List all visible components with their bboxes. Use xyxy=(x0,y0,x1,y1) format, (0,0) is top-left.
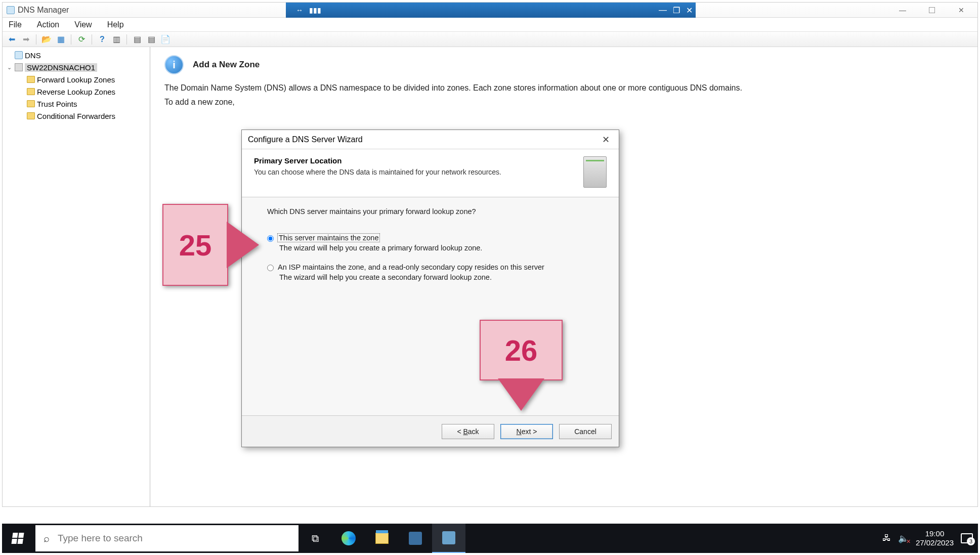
folder-up-icon: 📂 xyxy=(41,34,52,44)
tree-item-reverse-lookup[interactable]: Reverse Lookup Zones xyxy=(3,86,150,98)
taskbar-search[interactable]: ⌕ xyxy=(35,525,299,551)
tree-server-node[interactable]: ⌄ SW22DNSNACHO1 xyxy=(3,61,150,73)
properties-icon: ▦ xyxy=(57,34,65,44)
taskbar-apps: ⧉ xyxy=(299,524,465,553)
close-button[interactable]: ✕ xyxy=(599,134,613,145)
taskbar-app-edge[interactable] xyxy=(332,524,365,553)
folder-icon xyxy=(27,100,35,107)
dns-app-icon xyxy=(7,6,15,14)
list-button-1[interactable]: ▤ xyxy=(131,33,143,46)
expand-toggle[interactable]: ⌄ xyxy=(6,64,13,71)
radio-input-this-server[interactable] xyxy=(267,235,274,242)
list-button-2[interactable]: ▤ xyxy=(145,33,157,46)
pin-icon[interactable]: ↔ xyxy=(296,6,303,14)
taskbar: ⌕ ⧉ 🖧 🔈✕ 19:00 27/02/2023 3 xyxy=(2,524,978,553)
taskbar-app-dns-manager[interactable] xyxy=(432,524,465,553)
next-button[interactable]: Next > xyxy=(500,424,553,439)
grid-button[interactable]: ▥ xyxy=(110,33,122,46)
wizard-header: Primary Server Location You can choose w… xyxy=(242,149,619,197)
menu-view[interactable]: View xyxy=(71,19,95,30)
tree-item-forward-lookup[interactable]: Forward Lookup Zones xyxy=(3,73,150,86)
tree-label: DNS xyxy=(25,51,41,60)
search-icon: ⌕ xyxy=(44,533,50,544)
callout-number: 26 xyxy=(505,333,538,367)
search-input[interactable] xyxy=(58,533,299,544)
tray-date: 27/02/2023 xyxy=(916,538,954,547)
radio-this-server[interactable]: This server maintains the zone xyxy=(267,234,593,242)
folder-icon xyxy=(27,88,35,95)
task-view-icon: ⧉ xyxy=(312,533,319,544)
tree-label: Reverse Lookup Zones xyxy=(37,88,115,96)
menu-file[interactable]: File xyxy=(6,19,25,30)
nav-forward-button[interactable]: ➡ xyxy=(20,33,32,46)
notifications-button[interactable]: 3 xyxy=(961,533,973,543)
toolbar-separator xyxy=(71,34,71,45)
wizard-question: Which DNS server maintains your primary … xyxy=(267,207,593,216)
dns-icon xyxy=(15,51,23,59)
list-icon: ▤ xyxy=(134,34,141,44)
notification-count-badge: 3 xyxy=(967,537,975,545)
server-manager-icon xyxy=(409,532,422,545)
host-maximize-button[interactable] xyxy=(918,3,946,17)
annotation-callout-26: 26 xyxy=(480,320,563,380)
menubar: File Action View Help xyxy=(3,18,977,32)
toolbar-separator xyxy=(92,34,92,45)
wizard-footer: < Back Next > Cancel xyxy=(242,415,619,447)
properties-button[interactable]: ▦ xyxy=(55,33,67,46)
titlebar: DNS Manager ↔ ▮▮▮ — ❐ ✕ — ✕ xyxy=(3,3,977,18)
configure-dns-wizard-dialog: Configure a DNS Server Wizard ✕ Primary … xyxy=(241,130,619,447)
tree-label: SW22DNSNACHO1 xyxy=(25,63,97,72)
refresh-button[interactable]: ⟳ xyxy=(75,33,88,46)
wizard-titlebar[interactable]: Configure a DNS Server Wizard ✕ xyxy=(242,130,619,149)
help-button[interactable]: ? xyxy=(96,33,108,46)
system-tray: 🖧 🔈✕ 19:00 27/02/2023 3 xyxy=(882,529,978,547)
page-title: Add a New Zone xyxy=(193,60,260,70)
tree-root-dns[interactable]: DNS xyxy=(3,49,150,61)
arrow-right-icon xyxy=(227,223,259,267)
vm-connection-bar: ↔ ▮▮▮ — ❐ ✕ xyxy=(286,3,696,18)
wizard-body: Which DNS server maintains your primary … xyxy=(242,197,619,303)
file-explorer-icon xyxy=(375,533,389,544)
tray-clock[interactable]: 19:00 27/02/2023 xyxy=(916,529,954,547)
mute-badge-icon: ✕ xyxy=(906,538,911,545)
menu-action[interactable]: Action xyxy=(34,19,62,30)
maximize-icon xyxy=(929,7,935,13)
signal-icon: ▮▮▮ xyxy=(309,6,321,14)
radio-description: The wizard will help you create a second… xyxy=(279,273,593,281)
toolbar-separator xyxy=(36,34,36,45)
host-window-controls: — ✕ xyxy=(888,3,975,17)
list-icon: ▤ xyxy=(148,34,155,44)
arrow-down-icon xyxy=(499,379,543,411)
start-button[interactable] xyxy=(2,524,33,553)
taskbar-app-explorer[interactable] xyxy=(365,524,399,553)
task-view-button[interactable]: ⧉ xyxy=(299,524,332,553)
dns-manager-icon xyxy=(442,531,455,544)
annotation-callout-25: 25 xyxy=(162,204,228,286)
up-button[interactable]: 📂 xyxy=(40,33,53,46)
back-button[interactable]: < Back xyxy=(442,424,494,439)
vm-minimize-button[interactable]: — xyxy=(659,6,667,15)
server-icon xyxy=(15,63,23,71)
tree-item-conditional-forwarders[interactable]: Conditional Forwarders xyxy=(3,110,150,122)
folder-icon xyxy=(27,76,35,83)
host-close-button[interactable]: ✕ xyxy=(947,3,975,17)
wizard-title: Configure a DNS Server Wizard xyxy=(248,135,363,144)
radio-input-isp[interactable] xyxy=(267,265,274,271)
new-zone-button[interactable]: 📄 xyxy=(159,33,172,46)
nav-back-button[interactable]: ⬅ xyxy=(6,33,18,46)
host-minimize-button[interactable]: — xyxy=(888,3,917,17)
edge-icon xyxy=(342,531,356,545)
server-tower-icon xyxy=(583,156,607,188)
menu-help[interactable]: Help xyxy=(104,19,127,30)
vm-restore-button[interactable]: ❐ xyxy=(673,6,680,15)
tree-item-trust-points[interactable]: Trust Points xyxy=(3,98,150,110)
tree-pane[interactable]: DNS ⌄ SW22DNSNACHO1 Forward Lookup Zones… xyxy=(3,47,150,506)
taskbar-app-server-manager[interactable] xyxy=(399,524,432,553)
refresh-icon: ⟳ xyxy=(78,34,85,44)
intro-text-2: To add a new zone, xyxy=(164,98,963,107)
volume-icon[interactable]: 🔈✕ xyxy=(898,533,909,544)
radio-isp-server[interactable]: An ISP maintains the zone, and a read-on… xyxy=(267,263,593,271)
network-icon[interactable]: 🖧 xyxy=(882,533,891,543)
cancel-button[interactable]: Cancel xyxy=(559,424,612,439)
vm-close-button[interactable]: ✕ xyxy=(686,6,693,15)
